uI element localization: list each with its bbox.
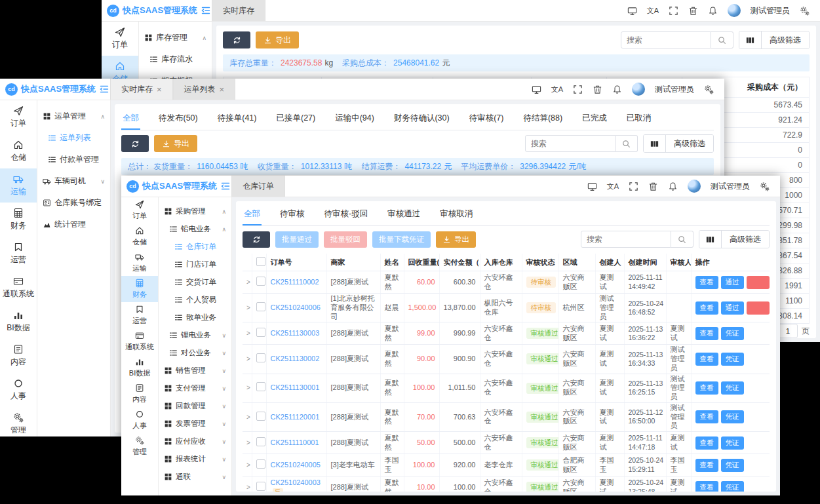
- expand-icon[interactable]: >: [246, 484, 250, 491]
- voucher-button[interactable]: 凭证: [721, 436, 744, 450]
- status-tab[interactable]: 已完成: [581, 109, 608, 130]
- menu-item[interactable]: 仓库订单: [159, 238, 231, 256]
- expand-icon[interactable]: >: [246, 439, 250, 446]
- batch-download-voucher-button[interactable]: 批量下载凭证: [372, 231, 431, 248]
- rail-item-finance[interactable]: 财务: [0, 203, 37, 237]
- reject-button[interactable]: 驳回: [747, 276, 770, 289]
- expand-icon[interactable]: >: [246, 461, 250, 469]
- menu-item[interactable]: 统计管理: [37, 214, 110, 235]
- view-button[interactable]: 查看: [695, 436, 718, 450]
- row-checkbox[interactable]: [256, 328, 265, 337]
- menu-item[interactable]: 散单业务: [159, 309, 231, 326]
- menu-item[interactable]: 仓库账号绑定: [37, 192, 110, 214]
- collapse-menu-icon[interactable]: [201, 5, 211, 16]
- rail-item-finance[interactable]: 财务: [121, 276, 158, 302]
- fullscreen-icon[interactable]: [573, 85, 583, 94]
- approve-button[interactable]: 通过: [721, 276, 744, 289]
- menu-item[interactable]: 个人贸易: [159, 291, 231, 309]
- status-tab[interactable]: 全部: [121, 109, 140, 130]
- rail-item-transport[interactable]: 运输: [121, 250, 158, 276]
- menu-item[interactable]: 库存流水: [139, 48, 212, 70]
- view-button[interactable]: 查看: [695, 459, 718, 472]
- view-button[interactable]: 查看: [695, 276, 718, 289]
- menu-item[interactable]: 车辆司机∨: [37, 170, 110, 192]
- menu-item[interactable]: 运单管理∧: [37, 106, 110, 127]
- view-button[interactable]: 查看: [695, 410, 718, 423]
- export-button[interactable]: 导出: [256, 31, 299, 48]
- status-tab[interactable]: 待审核: [279, 205, 306, 225]
- voucher-button[interactable]: 凭证: [721, 381, 744, 395]
- voucher-button[interactable]: 凭证: [721, 481, 744, 492]
- select-all-checkbox[interactable]: [256, 257, 265, 266]
- fullscreen-icon[interactable]: [629, 182, 638, 191]
- menu-item[interactable]: 库存管理∧: [139, 27, 212, 48]
- tab-warehouse-orders[interactable]: 仓库订单: [231, 176, 285, 197]
- order-link[interactable]: CK2511130001: [271, 383, 320, 391]
- collapse-menu-icon[interactable]: [220, 181, 231, 191]
- bell-icon[interactable]: [708, 6, 718, 16]
- columns-button[interactable]: [699, 231, 722, 248]
- rail-item-hr[interactable]: 人事: [0, 373, 37, 407]
- status-tab[interactable]: 全部: [243, 205, 262, 225]
- voucher-button[interactable]: 凭证: [721, 353, 744, 366]
- window-tab[interactable]: 运单列表×: [173, 79, 236, 100]
- user-avatar[interactable]: [728, 4, 741, 17]
- expand-icon[interactable]: >: [246, 279, 250, 286]
- translate-icon[interactable]: 文A: [647, 6, 659, 16]
- status-tab[interactable]: 财务待确认(30): [393, 109, 451, 130]
- rail-item-warehouse[interactable]: 仓储: [0, 134, 37, 168]
- export-button[interactable]: 导出: [436, 231, 476, 248]
- row-checkbox[interactable]: [256, 437, 265, 446]
- row-checkbox[interactable]: [256, 382, 265, 391]
- view-button[interactable]: 查看: [695, 353, 718, 366]
- rail-item-content[interactable]: 内容: [0, 339, 37, 373]
- rail-item-orders[interactable]: 订单: [121, 197, 158, 223]
- advanced-filter-button[interactable]: 高级筛选: [666, 135, 713, 152]
- order-link[interactable]: CK2511130002: [271, 355, 320, 362]
- menu-item[interactable]: 锂电业务∨: [159, 326, 231, 344]
- user-avatar[interactable]: [688, 180, 701, 193]
- monitor-icon[interactable]: [627, 6, 637, 16]
- status-tab[interactable]: 待审核(7): [468, 109, 505, 130]
- rail-item-hr[interactable]: 人事: [121, 407, 158, 433]
- menu-item[interactable]: 应付应收∨: [159, 433, 231, 450]
- row-checkbox[interactable]: [256, 277, 265, 286]
- menu-item[interactable]: 报表统计∨: [159, 450, 231, 468]
- approve-button[interactable]: 通过: [721, 301, 744, 315]
- refresh-button[interactable]: [243, 231, 270, 248]
- expand-icon[interactable]: >: [246, 414, 250, 421]
- row-checkbox[interactable]: [256, 412, 265, 421]
- order-link[interactable]: CK2511110001: [271, 438, 319, 446]
- rail-item-operations[interactable]: 运营: [121, 302, 158, 328]
- rail-item-admin[interactable]: 管理: [121, 433, 158, 459]
- export-button[interactable]: 导出: [154, 135, 197, 152]
- settings-gear-icon[interactable]: [704, 85, 714, 94]
- rail-item-admin[interactable]: 管理: [0, 407, 37, 436]
- status-tab[interactable]: 待接单(41): [216, 109, 258, 130]
- trash-icon[interactable]: [593, 85, 602, 94]
- menu-item[interactable]: 通联∨: [159, 468, 231, 486]
- monitor-icon[interactable]: [587, 182, 597, 191]
- row-checkbox[interactable]: [256, 302, 265, 311]
- bell-icon[interactable]: [612, 85, 622, 94]
- advanced-filter-button[interactable]: 高级筛选: [762, 31, 809, 48]
- advanced-filter-button[interactable]: 高级筛选: [722, 231, 769, 248]
- monitor-icon[interactable]: [532, 85, 541, 94]
- columns-button[interactable]: [644, 135, 666, 152]
- order-link[interactable]: CK2511130003: [271, 329, 320, 337]
- trash-icon[interactable]: [688, 6, 698, 16]
- expand-icon[interactable]: >: [246, 330, 250, 337]
- rail-item-content[interactable]: 内容: [121, 381, 158, 407]
- settings-gear-icon[interactable]: [800, 6, 810, 16]
- rail-item-bi-data[interactable]: BI数据: [0, 305, 37, 339]
- expand-icon[interactable]: >: [246, 304, 250, 311]
- menu-item[interactable]: 回款管理∨: [159, 397, 231, 415]
- view-button[interactable]: 查看: [695, 327, 718, 340]
- menu-item[interactable]: 交货订单: [159, 273, 231, 291]
- rail-item-tonglian-system[interactable]: 通联系统: [121, 328, 158, 355]
- voucher-button[interactable]: 凭证: [721, 327, 744, 340]
- menu-item[interactable]: 铅电业务∧: [159, 220, 231, 238]
- search-button[interactable]: [711, 31, 733, 48]
- view-button[interactable]: 查看: [695, 481, 718, 492]
- status-tab[interactable]: 已取消: [625, 109, 653, 130]
